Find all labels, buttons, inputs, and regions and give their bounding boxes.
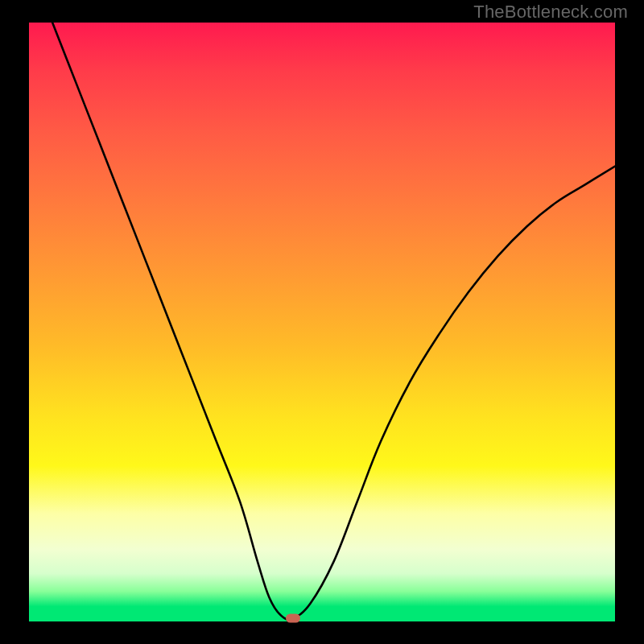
min-point-marker xyxy=(286,614,300,623)
plot-area xyxy=(29,23,615,621)
bottleneck-curve xyxy=(29,23,615,621)
chart-frame: TheBottleneck.com xyxy=(0,0,644,644)
watermark-text: TheBottleneck.com xyxy=(473,2,628,23)
